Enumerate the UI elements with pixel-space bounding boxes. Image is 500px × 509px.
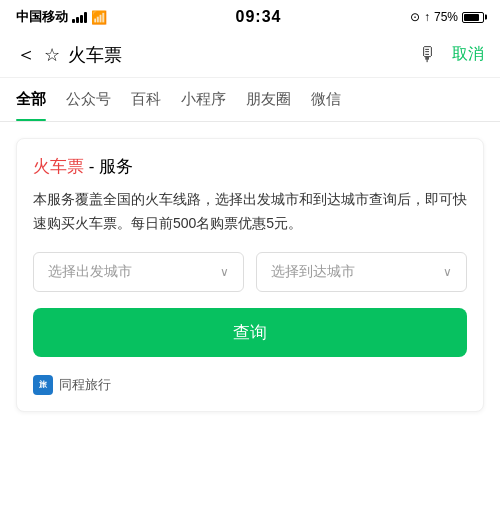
main-content: 火车票 - 服务 本服务覆盖全国的火车线路，选择出发城市和到达城市查询后，即可快… [0,122,500,428]
service-title-highlight: 火车票 [33,157,84,176]
departure-chevron-icon: ∨ [220,265,229,279]
tab-miniapp[interactable]: 小程序 [181,78,226,121]
status-bar: 中国移动 📶 09:34 ⊙ ↑ 75% [0,0,500,32]
cancel-button[interactable]: 取消 [452,44,484,65]
departure-dropdown[interactable]: 选择出发城市 ∨ [33,252,244,292]
nav-left: ＜ ☆ 火车票 [16,41,122,68]
carrier-text: 中国移动 [16,8,68,26]
departure-placeholder: 选择出发城市 [48,263,132,281]
battery-icon [462,12,484,23]
dropdowns-row: 选择出发城市 ∨ 选择到达城市 ∨ [33,252,467,292]
arrow-icon: ↑ [424,10,430,24]
arrival-dropdown[interactable]: 选择到达城市 ∨ [256,252,467,292]
battery-percent: 75% [434,10,458,24]
nav-title: 火车票 [68,43,122,67]
status-time: 09:34 [236,8,282,26]
star-icon: ☆ [44,44,60,66]
nav-bar: ＜ ☆ 火车票 🎙 取消 [0,32,500,78]
wifi-icon: 📶 [91,10,107,25]
service-description: 本服务覆盖全国的火车线路，选择出发城市和到达城市查询后，即可快速购买火车票。每日… [33,188,467,236]
tab-public[interactable]: 公众号 [66,78,111,121]
back-button[interactable]: ＜ [16,41,36,68]
arrival-placeholder: 选择到达城市 [271,263,355,281]
status-left: 中国移动 📶 [16,8,107,26]
signal-icon [72,11,87,23]
service-title: 火车票 - 服务 [33,155,467,178]
tab-bar: 全部 公众号 百科 小程序 朋友圈 微信 [0,78,500,122]
service-card: 火车票 - 服务 本服务覆盖全国的火车线路，选择出发城市和到达城市查询后，即可快… [16,138,484,412]
mic-icon[interactable]: 🎙 [418,43,438,66]
service-title-suffix: - 服务 [84,157,133,176]
tab-moments[interactable]: 朋友圈 [246,78,291,121]
footer-logo: 旅 [33,375,53,395]
arrival-chevron-icon: ∨ [443,265,452,279]
location-icon: ⊙ [410,10,420,24]
nav-right: 🎙 取消 [418,43,484,66]
status-right: ⊙ ↑ 75% [410,10,484,24]
query-button[interactable]: 查询 [33,308,467,357]
tab-weixin[interactable]: 微信 [311,78,341,121]
tab-all[interactable]: 全部 [16,78,46,121]
footer-company-name: 同程旅行 [59,376,111,394]
tab-wiki[interactable]: 百科 [131,78,161,121]
card-footer: 旅 同程旅行 [33,371,467,395]
